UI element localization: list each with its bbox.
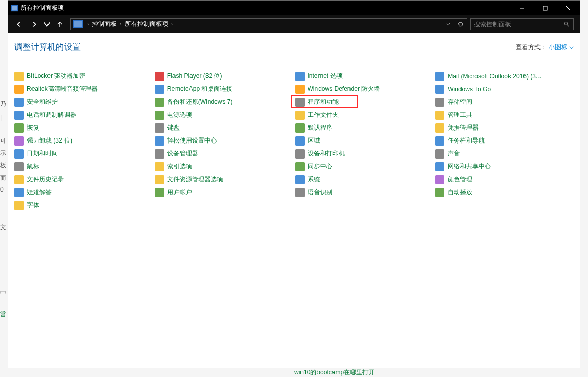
cp-item-label: 存储空间 bbox=[448, 98, 472, 106]
sync-center-icon bbox=[295, 162, 305, 171]
crumb-sep-icon: › bbox=[118, 21, 123, 27]
cp-item[interactable]: 程序和功能 bbox=[294, 96, 435, 108]
realtek-icon bbox=[14, 85, 24, 94]
bg-text: 板 bbox=[0, 161, 6, 170]
bg-text: 乃 bbox=[0, 100, 6, 108]
cp-item[interactable]: 设备管理器 bbox=[154, 147, 294, 160]
user-accounts-icon bbox=[155, 188, 164, 197]
cp-item[interactable]: 自动播放 bbox=[434, 186, 575, 199]
cp-item-label: 区域 bbox=[308, 136, 320, 145]
content-area: 调整计算机的设置 查看方式： 小图标 BitLocker 驱动器加密Flash … bbox=[8, 33, 580, 368]
cp-item[interactable]: RemoteApp 和桌面连接 bbox=[154, 83, 294, 96]
cp-item[interactable]: Realtek高清晰音频管理器 bbox=[13, 83, 154, 96]
cp-item[interactable]: 默认程序 bbox=[294, 121, 435, 134]
svg-line-7 bbox=[567, 24, 569, 26]
speech-icon bbox=[295, 188, 305, 197]
network-sharing-icon bbox=[435, 162, 444, 171]
cp-item[interactable]: 电话和调制解调器 bbox=[13, 108, 154, 121]
cp-item[interactable]: 鼠标 bbox=[13, 160, 154, 173]
cp-item-label: 恢复 bbox=[27, 123, 39, 132]
refresh-button[interactable] bbox=[454, 19, 467, 30]
cp-item-label: 管理工具 bbox=[448, 111, 472, 119]
crumb-all-items[interactable]: 所有控制面板项 bbox=[124, 20, 169, 28]
cp-item[interactable]: 用户帐户 bbox=[154, 186, 294, 199]
cp-item[interactable]: 字体 bbox=[13, 199, 154, 212]
programs-features-icon bbox=[295, 98, 305, 107]
cp-item[interactable]: 网络和共享中心 bbox=[434, 160, 575, 173]
cp-item[interactable]: 文件资源管理器选项 bbox=[154, 173, 294, 186]
cp-item-label: 自动播放 bbox=[448, 188, 472, 197]
sound-icon bbox=[435, 149, 444, 159]
address-bar[interactable]: › 控制面板 › 所有控制面板项 › bbox=[70, 18, 467, 30]
cp-item-label: 系统 bbox=[308, 175, 320, 184]
cp-item[interactable]: Windows Defender 防火墙 bbox=[294, 83, 435, 96]
cp-item-label: 文件资源管理器选项 bbox=[167, 175, 223, 184]
cp-item[interactable]: Flash Player (32 位) bbox=[154, 70, 294, 83]
cp-item[interactable]: 恢复 bbox=[13, 121, 154, 134]
cp-item[interactable]: 管理工具 bbox=[434, 108, 575, 121]
recent-dropdown[interactable] bbox=[42, 18, 52, 31]
cp-item[interactable]: 声音 bbox=[434, 147, 575, 160]
cp-item[interactable]: 日期和时间 bbox=[13, 147, 154, 160]
search-input[interactable] bbox=[471, 21, 561, 28]
cp-item[interactable]: 强力卸载 (32 位) bbox=[13, 134, 154, 147]
remoteapp-icon bbox=[155, 85, 164, 94]
explorer-options-icon bbox=[155, 175, 164, 184]
cp-item[interactable]: Mail (Microsoft Outlook 2016) (3... bbox=[434, 70, 575, 83]
region-icon bbox=[295, 136, 305, 146]
cp-item[interactable]: Internet 选项 bbox=[294, 70, 435, 83]
close-button[interactable] bbox=[557, 1, 580, 15]
cp-item[interactable]: 文件历史记录 bbox=[13, 173, 154, 186]
cp-item[interactable]: 工作文件夹 bbox=[294, 108, 435, 121]
cp-item[interactable]: 存储空间 bbox=[434, 96, 575, 108]
page-title: 调整计算机的设置 bbox=[14, 42, 81, 53]
cp-item[interactable]: 凭据管理器 bbox=[434, 121, 575, 134]
crumb-sep-icon: › bbox=[169, 21, 175, 27]
cp-item[interactable]: 疑难解答 bbox=[13, 186, 154, 199]
cp-item[interactable]: 设备和打印机 bbox=[294, 147, 435, 160]
cp-item[interactable]: 索引选项 bbox=[154, 160, 294, 173]
cp-item[interactable]: 系统 bbox=[294, 173, 435, 186]
crumb-control-panel[interactable]: 控制面板 bbox=[91, 20, 118, 28]
admin-tools-icon bbox=[435, 111, 444, 120]
cp-item-label: Windows To Go bbox=[448, 86, 491, 93]
cp-item[interactable]: 任务栏和导航 bbox=[434, 134, 575, 147]
window-title: 所有控制面板项 bbox=[21, 4, 510, 12]
address-dropdown[interactable] bbox=[442, 19, 454, 30]
bg-text: 示 bbox=[0, 149, 6, 158]
cp-item[interactable]: 电源选项 bbox=[154, 108, 294, 121]
crumb-sep-icon: › bbox=[85, 21, 91, 27]
up-button[interactable] bbox=[53, 18, 67, 31]
cp-item[interactable]: 轻松使用设置中心 bbox=[154, 134, 294, 147]
view-by-dropdown[interactable]: 小图标 bbox=[549, 43, 574, 52]
flash-icon bbox=[155, 72, 164, 81]
cp-item-label: Windows Defender 防火墙 bbox=[308, 85, 380, 93]
cp-item-label: Internet 选项 bbox=[308, 72, 343, 81]
file-history-icon bbox=[14, 175, 24, 184]
maximize-button[interactable] bbox=[533, 1, 557, 15]
cp-item[interactable]: 颜色管理 bbox=[434, 173, 575, 186]
cp-item[interactable]: Windows To Go bbox=[434, 83, 575, 96]
cp-item[interactable]: BitLocker 驱动器加密 bbox=[13, 70, 154, 83]
cp-item[interactable]: 键盘 bbox=[154, 121, 294, 134]
minimize-button[interactable] bbox=[510, 1, 533, 15]
cp-item-label: 默认程序 bbox=[308, 123, 332, 132]
cp-item[interactable]: 语音识别 bbox=[294, 186, 435, 199]
search-box[interactable] bbox=[470, 18, 574, 30]
default-programs-icon bbox=[295, 123, 305, 133]
phone-modem-icon bbox=[14, 111, 24, 120]
cp-item-label: 颜色管理 bbox=[448, 175, 472, 184]
cp-item[interactable]: 安全和维护 bbox=[13, 96, 154, 108]
cp-item-label: 鼠标 bbox=[27, 162, 39, 171]
cp-item-label: 键盘 bbox=[167, 123, 180, 132]
cp-item[interactable]: 同步中心 bbox=[294, 160, 435, 173]
cp-item[interactable]: 区域 bbox=[294, 134, 435, 147]
search-icon[interactable] bbox=[561, 21, 573, 27]
cp-item-label: RemoteApp 和桌面连接 bbox=[167, 85, 233, 93]
cp-item-label: 轻松使用设置中心 bbox=[167, 136, 217, 145]
back-button[interactable] bbox=[11, 18, 26, 31]
cp-item-label: 文件历史记录 bbox=[27, 175, 64, 184]
cp-item-label: 强力卸载 (32 位) bbox=[27, 136, 72, 145]
cp-item[interactable]: 备份和还原(Windows 7) bbox=[154, 96, 294, 108]
forward-button[interactable] bbox=[27, 18, 41, 31]
